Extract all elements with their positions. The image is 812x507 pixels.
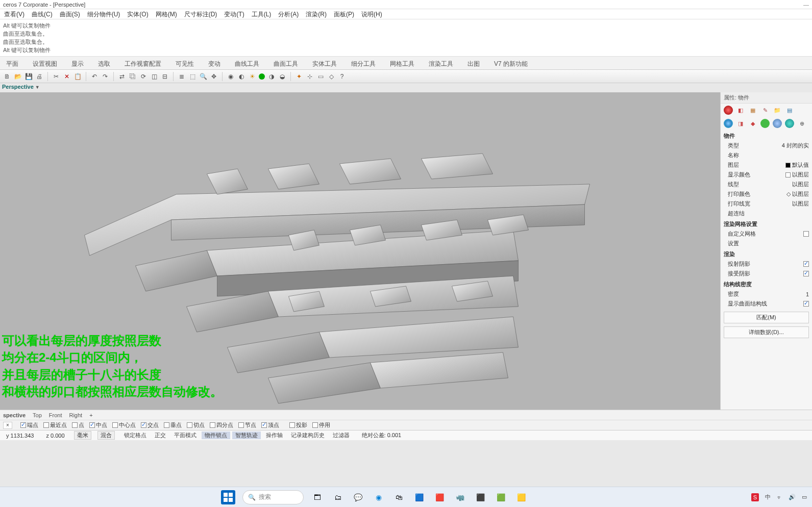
osnap-item[interactable]: 点: [72, 421, 84, 429]
osnap-disable[interactable]: 停用: [312, 421, 330, 429]
ungroup-icon[interactable]: ⊟: [161, 72, 169, 81]
status-toggle[interactable]: 正交: [152, 432, 169, 439]
menu-item[interactable]: 曲面(S): [60, 10, 80, 18]
delete-icon[interactable]: ✕: [63, 72, 71, 81]
undo-icon[interactable]: ↶: [90, 72, 99, 81]
tray-sound-icon[interactable]: 🔊: [789, 494, 796, 500]
toolbar-tab[interactable]: 可见性: [173, 59, 197, 69]
prop-dispcolor-value[interactable]: 以图层: [785, 171, 809, 179]
menu-item[interactable]: 尺寸标注(D): [184, 10, 217, 18]
store-icon[interactable]: 🛍: [392, 491, 406, 504]
toolbar-tab[interactable]: 渲染工具: [426, 59, 456, 69]
menu-item[interactable]: 曲线(C): [32, 10, 53, 18]
redo-icon[interactable]: ↷: [101, 72, 109, 81]
save-icon[interactable]: 💾: [24, 72, 33, 81]
app1-icon[interactable]: 🟦: [413, 491, 426, 504]
brush-tab-icon[interactable]: ✎: [760, 106, 770, 115]
viewport-perspective[interactable]: 可以看出每层的厚度按照层数均分在2-4斗口的区间内，并且每层的槽子十八斗的长度和…: [0, 92, 720, 410]
app5-icon[interactable]: 🟨: [515, 491, 528, 504]
osnap-item[interactable]: 切点: [187, 421, 205, 429]
toolbar-tab[interactable]: 选取: [95, 59, 113, 69]
menu-item[interactable]: 变动(T): [224, 10, 244, 18]
toolbar-tab[interactable]: 细分工具: [348, 59, 379, 69]
paste-icon[interactable]: 📋: [73, 72, 82, 81]
gizmo-icon[interactable]: ✦: [295, 72, 303, 81]
menu-item[interactable]: 工具(L): [252, 10, 272, 18]
rhino-icon[interactable]: 🦏: [454, 491, 467, 504]
view-tab[interactable]: spective: [3, 412, 26, 418]
chevron-down-icon[interactable]: ▼: [35, 85, 40, 90]
status-toggle[interactable]: 过滤器: [330, 432, 353, 439]
menu-item[interactable]: 网格(M): [156, 10, 177, 18]
sphere-tab-icon[interactable]: [773, 119, 782, 128]
sun-icon[interactable]: ☀: [248, 72, 256, 81]
taskbar-search[interactable]: 🔍 搜索: [242, 490, 304, 504]
texture-tab-icon[interactable]: ▦: [748, 106, 757, 115]
shade-icon[interactable]: ◑: [267, 72, 276, 81]
ime-lang[interactable]: 中: [765, 493, 771, 501]
prop-printwidth-value[interactable]: 以图层: [792, 200, 809, 208]
prop-linetype-value[interactable]: 以图层: [792, 181, 809, 188]
view-tab[interactable]: Top: [33, 412, 42, 418]
print-icon[interactable]: 🖨: [35, 72, 43, 81]
toolbar-tab[interactable]: 平面: [3, 59, 21, 69]
menu-item[interactable]: 查看(V): [4, 10, 24, 18]
chat-icon[interactable]: 💬: [352, 491, 365, 504]
prop-printcolor-value[interactable]: ◇ 以图层: [786, 190, 809, 198]
toolbar-tab[interactable]: 出图: [464, 59, 483, 69]
toolbar-tab[interactable]: 设置视图: [30, 59, 60, 69]
layer-pane[interactable]: 混合: [97, 431, 115, 440]
taskview-icon[interactable]: 🗔: [311, 491, 324, 504]
eraser-tab-icon[interactable]: ◨: [736, 119, 745, 128]
tray-wifi-icon[interactable]: ᯤ: [777, 494, 782, 500]
axis-icon[interactable]: ⊹: [306, 72, 314, 81]
diamond-tab-icon[interactable]: ◆: [748, 119, 757, 128]
move-icon[interactable]: ⇄: [118, 72, 126, 81]
view-icon[interactable]: ◉: [227, 72, 235, 81]
copy-icon[interactable]: ⿻: [129, 72, 137, 81]
toolbar-tab[interactable]: 网格工具: [387, 59, 417, 69]
edge-icon[interactable]: ◉: [372, 491, 385, 504]
menu-item[interactable]: 实体(O): [127, 10, 148, 18]
app3-icon[interactable]: ⬛: [474, 491, 487, 504]
osnap-item[interactable]: 中点: [89, 421, 107, 429]
wireframe-tab-icon[interactable]: ⊕: [797, 119, 806, 128]
status-toggle[interactable]: 物件锁点: [202, 432, 230, 439]
match-button[interactable]: 匹配(M): [724, 312, 809, 323]
ime-indicator[interactable]: S: [751, 493, 759, 501]
render-icon[interactable]: ◐: [237, 72, 245, 81]
osnap-item[interactable]: 交点: [141, 421, 159, 429]
system-tray[interactable]: S 中 ᯤ 🔊 ▭: [751, 493, 807, 501]
toolbar-tab[interactable]: 工作视窗配置: [121, 59, 164, 69]
layer-icon[interactable]: ≣: [178, 72, 186, 81]
prop-density-value[interactable]: 1: [806, 291, 809, 297]
object-tab-icon[interactable]: [724, 119, 733, 128]
view-tab[interactable]: Right: [69, 412, 82, 418]
details-button[interactable]: 详细数据(D)...: [724, 326, 809, 338]
status-toggle[interactable]: 锁定格点: [121, 432, 150, 439]
help-icon[interactable]: ?: [338, 72, 346, 81]
menu-item[interactable]: 说明(H): [361, 10, 382, 18]
unit-pane[interactable]: 毫米: [74, 431, 91, 440]
toolbar-tab[interactable]: 实体工具: [309, 59, 340, 69]
viewport-label-bar[interactable]: Perspective▼: [0, 83, 812, 92]
osnap-item[interactable]: 节点: [238, 421, 256, 429]
status-toggle[interactable]: 记录建构历史: [288, 432, 328, 439]
status-toggle[interactable]: 智慧轨迹: [232, 432, 261, 439]
material-tab-icon[interactable]: ◧: [736, 106, 745, 115]
folder-tab-icon[interactable]: 📁: [773, 106, 782, 115]
app2-icon[interactable]: 🟥: [433, 491, 447, 504]
properties-tab-icon[interactable]: [724, 106, 733, 115]
status-toggle[interactable]: 平面模式: [171, 432, 200, 439]
prop-cast-checkbox[interactable]: [803, 261, 809, 267]
status-toggle[interactable]: 操作轴: [263, 432, 286, 439]
osnap-item[interactable]: 端点: [20, 421, 38, 429]
osnap-projection[interactable]: 投影: [289, 421, 307, 429]
toolbar-tab[interactable]: V7 的新功能: [491, 59, 531, 69]
cplane-icon[interactable]: ▭: [316, 72, 325, 81]
toolbar-tab[interactable]: 曲面工具: [270, 59, 301, 69]
open-icon[interactable]: 📂: [14, 72, 22, 81]
menu-item[interactable]: 面板(P): [334, 10, 354, 18]
select-icon[interactable]: ⬚: [188, 72, 196, 81]
pan-icon[interactable]: ✥: [210, 72, 218, 81]
